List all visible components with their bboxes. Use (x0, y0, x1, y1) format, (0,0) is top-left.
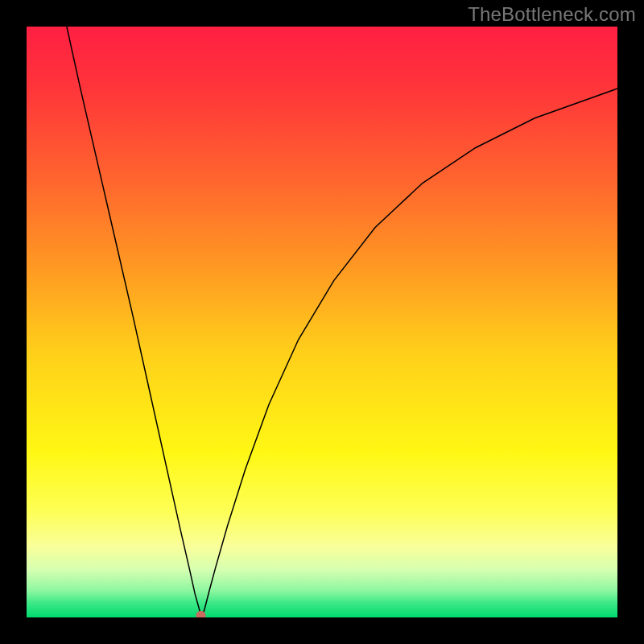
plot-svg (27, 27, 617, 617)
gradient-background (27, 27, 617, 617)
figure: TheBottleneck.com (0, 0, 644, 644)
plot-area (27, 27, 617, 617)
watermark-text: TheBottleneck.com (468, 3, 636, 26)
